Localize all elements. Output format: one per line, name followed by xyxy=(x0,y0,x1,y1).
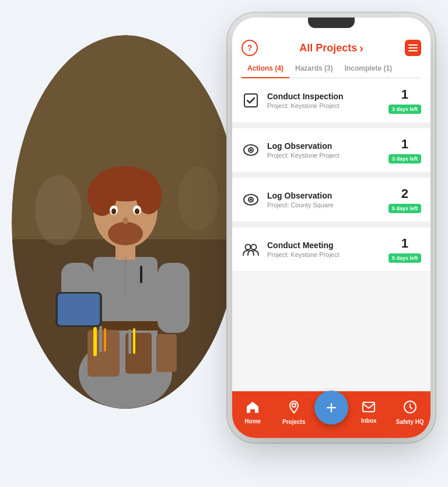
tab-actions[interactable]: Actions (4) xyxy=(242,60,289,77)
action-count-wrapper-2: 1 3 days left xyxy=(388,137,421,164)
action-count: 1 xyxy=(401,236,408,251)
svg-point-14 xyxy=(111,208,116,214)
svg-rect-20 xyxy=(88,330,120,377)
svg-rect-24 xyxy=(99,326,102,352)
help-icon[interactable]: ? xyxy=(242,40,258,56)
action-project: Project: Keystone Project xyxy=(267,251,382,258)
svg-rect-26 xyxy=(128,329,131,354)
action-info-conduct-inspection: Conduct Inspection Project: Keystone Pro… xyxy=(267,92,382,109)
nav-item-safety-hq[interactable]: Safety HQ xyxy=(390,400,431,425)
action-item-log-observation-1[interactable]: Log Observation Project: Keystone Projec… xyxy=(232,128,430,172)
nav-item-inbox[interactable]: Inbox xyxy=(348,401,390,424)
svg-point-15 xyxy=(135,208,139,214)
action-project: Project: Keystone Project xyxy=(267,152,382,159)
svg-point-40 xyxy=(251,245,257,250)
tab-hazards[interactable]: Hazards (3) xyxy=(289,60,339,77)
app-header-top: ? All Projects › xyxy=(242,40,421,56)
days-badge: 3 days left xyxy=(388,105,421,114)
action-count: 1 xyxy=(401,87,408,102)
action-project: Project: County Square xyxy=(267,201,382,208)
svg-rect-31 xyxy=(158,263,190,333)
svg-point-35 xyxy=(250,149,252,151)
bottom-nav: Home Projects + xyxy=(232,391,430,438)
action-count: 1 xyxy=(401,137,408,152)
svg-rect-22 xyxy=(156,334,177,372)
tab-incomplete[interactable]: Incomplete (1) xyxy=(339,60,398,77)
svg-point-2 xyxy=(35,175,82,245)
action-item-conduct-meeting[interactable]: Conduct Meeting Project: Keystone Projec… xyxy=(232,228,430,272)
menu-icon[interactable] xyxy=(405,40,421,56)
phone-top-bar xyxy=(232,18,430,35)
svg-rect-23 xyxy=(93,327,97,356)
page-title: All Projects › xyxy=(299,41,363,55)
check-icon xyxy=(242,91,260,110)
worker-background xyxy=(12,35,239,409)
action-info-log-observation-2: Log Observation Project: County Square xyxy=(267,191,382,208)
svg-point-38 xyxy=(250,199,252,201)
projects-icon xyxy=(288,400,300,418)
inbox-icon xyxy=(362,401,376,416)
phone-notch xyxy=(308,18,355,28)
svg-point-11 xyxy=(108,222,143,245)
action-project: Project: Keystone Project xyxy=(267,102,382,109)
svg-rect-42 xyxy=(363,402,374,412)
tabs-container: Actions (4) Hazards (3) Incomplete (1) xyxy=(242,60,421,78)
action-item-log-observation-2[interactable]: Log Observation Project: County Square 2… xyxy=(232,178,430,222)
nav-item-home[interactable]: Home xyxy=(232,401,274,425)
svg-point-3 xyxy=(178,166,219,231)
phone-shell: ? All Projects › Actions (4) Haza xyxy=(232,18,430,438)
nav-label-safety-hq: Safety HQ xyxy=(396,419,424,425)
svg-rect-18 xyxy=(140,266,142,283)
days-badge: 3 days left xyxy=(388,154,421,164)
action-name: Conduct Meeting xyxy=(267,241,382,250)
safety-hq-icon xyxy=(403,400,417,418)
eye-icon-1 xyxy=(242,141,260,159)
eye-icon-2 xyxy=(242,190,260,209)
nav-label-inbox: Inbox xyxy=(361,418,377,424)
svg-point-41 xyxy=(292,403,296,407)
content-area: Conduct Inspection Project: Keystone Pro… xyxy=(232,78,430,391)
app-header: ? All Projects › Actions (4) Haza xyxy=(232,35,430,78)
home-icon xyxy=(246,401,260,417)
action-name: Log Observation xyxy=(267,141,382,151)
fab-add-button[interactable]: + xyxy=(314,391,348,425)
phone-container: ? All Projects › Actions (4) Haza xyxy=(232,18,430,438)
svg-rect-25 xyxy=(104,328,106,352)
days-badge: 5 days left xyxy=(388,204,421,213)
action-count: 2 xyxy=(401,186,408,201)
svg-rect-27 xyxy=(133,328,135,354)
action-count-wrapper-4: 1 5 days left xyxy=(388,236,421,263)
action-item-conduct-inspection[interactable]: Conduct Inspection Project: Keystone Pro… xyxy=(232,79,430,123)
action-info-conduct-meeting: Conduct Meeting Project: Keystone Projec… xyxy=(267,241,382,258)
divider xyxy=(232,222,430,227)
svg-point-16 xyxy=(123,217,128,224)
nav-label-home: Home xyxy=(244,418,261,425)
nav-item-projects[interactable]: Projects xyxy=(274,400,315,425)
action-name: Log Observation xyxy=(267,191,382,200)
svg-rect-30 xyxy=(58,294,100,325)
divider xyxy=(232,173,430,178)
meeting-icon xyxy=(242,240,260,259)
days-badge: 5 days left xyxy=(388,253,421,263)
fab-icon: + xyxy=(326,398,337,417)
action-count-wrapper-3: 2 5 days left xyxy=(388,186,421,213)
action-count-wrapper: 1 3 days left xyxy=(388,87,421,114)
divider xyxy=(232,123,430,128)
svg-point-39 xyxy=(246,245,251,250)
svg-rect-32 xyxy=(244,94,257,107)
action-info-log-observation-1: Log Observation Project: Keystone Projec… xyxy=(267,141,382,159)
nav-label-projects: Projects xyxy=(282,419,305,425)
action-name: Conduct Inspection xyxy=(267,92,382,101)
